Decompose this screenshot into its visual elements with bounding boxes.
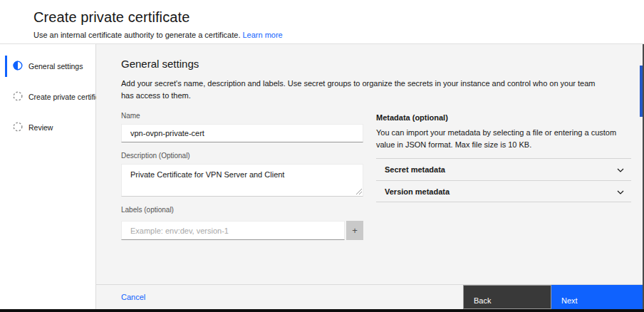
- labels-input[interactable]: [121, 221, 345, 240]
- section-title: General settings: [121, 58, 631, 70]
- step-incomplete-icon: [13, 91, 23, 103]
- cancel-button[interactable]: Cancel: [121, 293, 145, 301]
- wizard-body: General settings Create private certific…: [0, 44, 644, 309]
- chevron-down-icon: [617, 187, 624, 196]
- wizard-footer: Cancel Back Next: [96, 284, 644, 309]
- chevron-down-icon: [617, 165, 624, 174]
- page-header: Create private certificate Use an intern…: [0, 0, 644, 44]
- vertical-scrollbar-thumb[interactable]: [640, 66, 643, 117]
- name-input[interactable]: [121, 124, 363, 142]
- subtitle-text: Use an internal certificate authority to…: [33, 31, 240, 39]
- form-column: Name Description (Optional) Private Cert…: [121, 112, 363, 249]
- footer-buttons: Back Next: [463, 285, 644, 309]
- back-button[interactable]: Back: [463, 285, 551, 309]
- step-label: General settings: [28, 62, 83, 71]
- section-description: Add your secret's name, description and …: [121, 78, 597, 101]
- learn-more-link[interactable]: Learn more: [242, 31, 282, 39]
- progress-steps-sidebar: General settings Create private certific…: [0, 44, 96, 309]
- step-current-icon: [13, 61, 23, 72]
- name-field-label: Name: [121, 112, 363, 120]
- version-metadata-accordion[interactable]: Version metadata: [376, 180, 631, 202]
- step-general-settings[interactable]: General settings: [5, 56, 95, 77]
- description-textarea[interactable]: Private Certificate for VPN Server and C…: [121, 164, 363, 197]
- accordion-label: Version metadata: [385, 187, 450, 196]
- window-bottom-edge: [0, 309, 644, 312]
- metadata-accordion: Secret metadata Version metadata: [376, 158, 631, 202]
- next-button[interactable]: Next: [551, 285, 644, 309]
- accordion-label: Secret metadata: [385, 165, 445, 174]
- metadata-column: Metadata (optional) You can import your …: [376, 112, 631, 249]
- textarea-resize-handle-icon[interactable]: [356, 189, 362, 194]
- secret-metadata-accordion[interactable]: Secret metadata: [376, 158, 631, 180]
- step-label: Review: [28, 123, 53, 132]
- page-subtitle: Use an internal certificate authority to…: [33, 31, 644, 39]
- step-review[interactable]: Review: [5, 117, 95, 138]
- step-incomplete-icon: [13, 122, 23, 133]
- add-label-button[interactable]: +: [346, 221, 363, 240]
- metadata-description: You can import your metadata by selectin…: [376, 127, 631, 150]
- page-title: Create private certificate: [33, 9, 644, 26]
- main-content: General settings Add your secret's name,…: [96, 44, 644, 309]
- description-field-label: Description (Optional): [121, 152, 363, 160]
- metadata-title: Metadata (optional): [376, 113, 631, 122]
- labels-field-label: Labels (optional): [121, 206, 363, 214]
- step-create-private-certificate[interactable]: Create private certificate: [5, 86, 95, 108]
